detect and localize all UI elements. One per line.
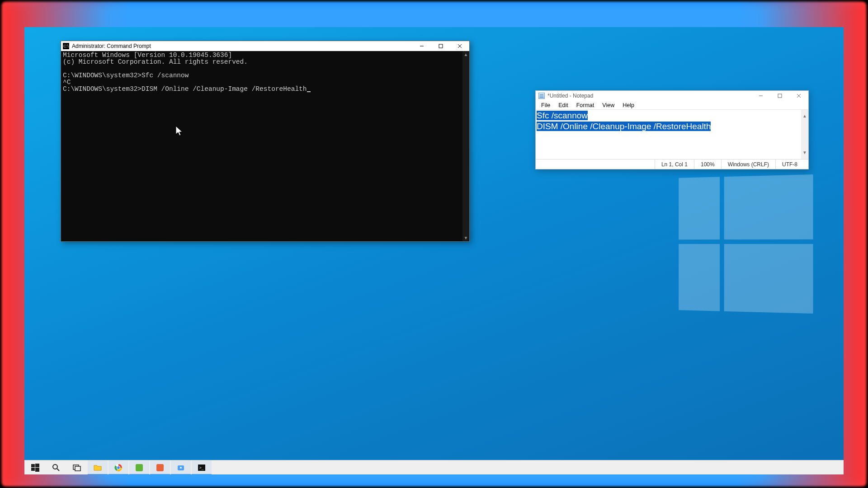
taskbar-app-blue[interactable] [171,460,191,475]
menu-file[interactable]: File [538,101,554,109]
cmd-line: C:\WINDOWS\system32>Sfc /scannow [63,72,189,79]
cmd-terminal-output[interactable]: Microsoft Windows [Version 10.0.19045.36… [61,51,462,241]
maximize-icon [439,44,443,48]
search-icon [52,464,60,472]
desktop[interactable]: C:\ Administrator: Command Prompt Micros… [24,27,844,474]
cmd-icon: C:\ [63,43,69,49]
terminal-icon: >_ [198,464,206,472]
cmd-line: ^C [63,79,71,86]
cmd-line: Microsoft Windows [Version 10.0.19045.36… [63,52,232,59]
svg-point-21 [180,467,182,469]
svg-line-13 [57,469,59,471]
close-button[interactable] [450,41,469,51]
maximize-icon [778,94,782,98]
taskbar-cmd[interactable]: >_ [192,460,212,475]
svg-text:>_: >_ [199,466,204,470]
scroll-down-icon[interactable]: ▼ [802,147,807,158]
svg-rect-19 [156,464,164,471]
windows-logo-wallpaper [679,174,813,314]
taskbar-app-orange[interactable] [150,460,170,475]
windows-icon [31,464,39,472]
cmd-line: C:\WINDOWS\system32>DISM /Online /Cleanu… [63,85,307,93]
minimize-icon [759,94,763,98]
maximize-button[interactable] [431,41,450,51]
cmd-titlebar[interactable]: C:\ Administrator: Command Prompt [61,41,469,51]
folder-icon [94,464,102,472]
selected-text: Sfc /scannow [537,111,588,120]
cmd-scrollbar[interactable]: ▲ ▼ [462,51,469,241]
app-icon [177,464,185,472]
minimize-icon [420,44,424,48]
svg-rect-1 [439,44,443,48]
neon-frame: C:\ Administrator: Command Prompt Micros… [0,0,868,488]
notepad-textarea[interactable]: Sfc /scannow DISM /Online /Cleanup-Image… [536,110,808,159]
status-position: Ln 1, Col 1 [655,160,694,169]
maximize-button[interactable] [770,91,789,101]
chrome-icon [114,464,123,472]
close-icon [797,94,801,98]
status-encoding: UTF-8 [775,160,808,169]
notepad-menubar[interactable]: File Edit Format View Help [536,101,808,110]
menu-format[interactable]: Format [573,101,598,109]
minimize-button[interactable] [412,41,431,51]
selected-text: DISM /Online /Cleanup-Image /RestoreHeal… [537,122,711,131]
taskbar-file-explorer[interactable] [88,460,108,475]
notepad-scrollbar[interactable]: ▲ ▼ [801,110,808,159]
notepad-titlebar[interactable]: *Untitled - Notepad [536,91,808,101]
taskview-icon [73,464,81,472]
svg-rect-8 [31,464,35,467]
taskbar[interactable]: >_ [24,460,844,474]
menu-view[interactable]: View [599,101,618,109]
svg-rect-15 [75,466,80,471]
minimize-button[interactable] [751,91,770,101]
notepad-window[interactable]: *Untitled - Notepad File Edit Format Vie… [535,90,809,169]
svg-rect-11 [35,468,39,472]
notepad-icon [538,93,545,99]
menu-help[interactable]: Help [619,101,638,109]
svg-point-12 [53,465,57,469]
scroll-up-icon[interactable]: ▲ [802,111,807,122]
start-button[interactable] [25,460,45,475]
cmd-title: Administrator: Command Prompt [72,43,151,49]
notepad-title: *Untitled - Notepad [547,93,593,99]
command-prompt-window[interactable]: C:\ Administrator: Command Prompt Micros… [61,41,470,242]
menu-edit[interactable]: Edit [555,101,572,109]
svg-rect-5 [778,94,782,98]
close-button[interactable] [789,91,808,101]
taskview-button[interactable] [67,460,87,475]
svg-rect-10 [31,468,35,471]
scroll-up-icon[interactable]: ▲ [464,52,468,57]
app-icon [156,464,164,472]
svg-point-17 [117,466,120,469]
taskbar-app-green[interactable] [129,460,149,475]
scroll-down-icon[interactable]: ▼ [464,235,468,240]
svg-rect-9 [35,464,39,467]
close-icon [458,44,462,48]
app-icon [135,464,143,472]
search-button[interactable] [46,460,66,475]
cmd-cursor [307,91,311,92]
svg-rect-18 [136,464,143,471]
taskbar-chrome[interactable] [108,460,128,475]
cmd-line: (c) Microsoft Corporation. All rights re… [63,58,248,66]
status-eol: Windows (CRLF) [721,160,775,169]
notepad-statusbar: Ln 1, Col 1 100% Windows (CRLF) UTF-8 [536,159,808,169]
status-zoom: 100% [694,160,721,169]
